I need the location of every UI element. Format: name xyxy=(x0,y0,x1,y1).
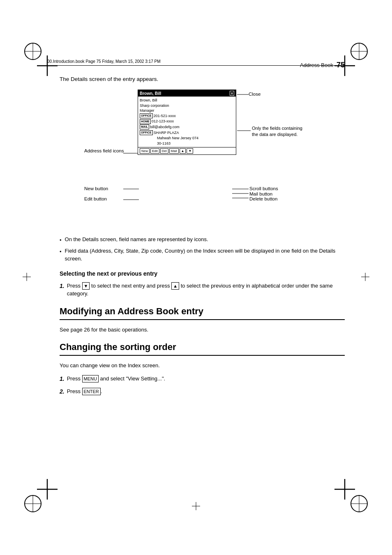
screen-field-office: OFFICE 201-521-xxxx xyxy=(140,113,234,119)
file-info: 00.Introduction.book Page 75 Friday, Mar… xyxy=(47,59,161,64)
screen-body: Brown, Bill Sharp corporation Manager OF… xyxy=(138,97,236,147)
scroll-down-button: ▼ xyxy=(187,148,193,154)
modifying-para: See page 26 for the basic operations. xyxy=(60,326,345,334)
scroll-up-button: ▲ xyxy=(180,148,186,154)
callout-scroll-buttons: Scroll buttons xyxy=(249,186,278,191)
close-button-icon: x xyxy=(230,91,234,96)
key-enter: ENTER xyxy=(82,388,101,396)
bullet-item-2: • Field data (Address, City, State, Zip … xyxy=(60,247,345,263)
screen-footer: New Edit Del Mail ▲ ▼ xyxy=(138,147,236,154)
home-value: 012-123-xxxx xyxy=(152,119,174,124)
mail-button: Mail xyxy=(169,148,179,154)
key-down: ▼ xyxy=(82,282,90,290)
screen-addr-line1: Mahwah New Jersey 074 xyxy=(140,136,234,141)
crosshair-bottom-center xyxy=(192,502,200,512)
screen-field-mail: MAIL bill@abcdefg.com xyxy=(140,124,234,130)
step1-text: Press ▼ to select the next entry and pre… xyxy=(67,282,345,298)
crosshair-mid-right xyxy=(361,273,369,283)
new-button: New xyxy=(140,148,150,154)
key-up: ▲ xyxy=(171,282,179,290)
office2-value: SHARP PLAZA xyxy=(154,130,179,136)
section-name: Address Book xyxy=(300,62,333,68)
edit-button: Edit xyxy=(150,148,159,154)
crosshair-bl xyxy=(37,479,58,500)
bullet-section: • On the Details screen, field names are… xyxy=(60,235,345,263)
key-menu: MENU xyxy=(82,375,99,383)
screen-addr-line2: 30-1163 xyxy=(140,141,234,146)
callout-close: Close xyxy=(249,92,261,97)
bullet-text-2: Field data (Address, City, State, Zip co… xyxy=(65,247,345,263)
sorting-heading: Changing the sorting order xyxy=(60,342,345,356)
callout-new-button: New button xyxy=(84,186,108,191)
intro-text: The Details screen of the entry appears. xyxy=(60,76,345,82)
screen-field-home: HOME 012-123-xxxx xyxy=(140,119,234,124)
page-header: Address Book 75 xyxy=(300,61,345,69)
bullet-text-1: On the Details screen, field names are r… xyxy=(65,235,208,244)
modifying-heading: Modifying an Address Book entry xyxy=(60,306,345,320)
sorting-step2-text: Press ENTER. xyxy=(67,387,102,396)
callout-only-fields2: the data are displayed. xyxy=(252,132,297,137)
screen-line-name: Brown, Bill xyxy=(140,98,234,103)
callout-edit-button: Edit button xyxy=(84,196,107,201)
sorting-para: You can change view on the Index screen. xyxy=(60,362,345,370)
callout-address-field-icons: Address field icons xyxy=(84,148,124,153)
mail-value: bill@abcdefg.com xyxy=(150,124,180,130)
home-icon: HOME xyxy=(140,119,151,124)
bullet-dot-2: • xyxy=(60,248,62,263)
bullet-dot-1: • xyxy=(60,236,62,244)
sorting-step2: 2. Press ENTER. xyxy=(60,387,345,396)
screen-field-office2: OFFICE SHARP PLAZA xyxy=(140,130,234,136)
office-value: 201-521-xxxx xyxy=(154,113,176,119)
main-content: The Details screen of the entry appears. xyxy=(60,76,345,400)
crosshair-mid-left xyxy=(23,273,31,283)
page-number: 75 xyxy=(337,61,345,69)
sorting-step1-text: Press MENU and select "View Setting...". xyxy=(67,375,165,383)
office2-icon: OFFICE xyxy=(140,130,153,135)
crosshair-br xyxy=(334,479,355,500)
screen-title: Brown, Bill xyxy=(140,91,161,96)
screen-line-company: Sharp corporation xyxy=(140,103,234,108)
office-icon: OFFICE xyxy=(140,113,153,118)
sorting-step-num-2: 2. xyxy=(60,387,65,396)
screen-line-title: Manager xyxy=(140,108,234,113)
sorting-step-num-1: 1. xyxy=(60,375,65,383)
selecting-step1: 1. Press ▼ to select the next entry and … xyxy=(60,282,345,298)
screen-title-bar: Brown, Bill x xyxy=(138,90,236,97)
callout-delete-button: Delete button xyxy=(249,196,277,201)
mail-icon: MAIL xyxy=(140,124,149,129)
step-num-1: 1. xyxy=(60,282,65,298)
sorting-step1: 1. Press MENU and select "View Setting..… xyxy=(60,375,345,383)
diagram-container: Brown, Bill x Brown, Bill Sharp corporat… xyxy=(84,90,351,225)
screen-mockup: Brown, Bill x Brown, Bill Sharp corporat… xyxy=(138,90,236,155)
bullet-item-1: • On the Details screen, field names are… xyxy=(60,235,345,244)
selecting-heading: Selecting the next or previous entry xyxy=(60,270,345,277)
callout-only-fields: Only the fields containing xyxy=(252,126,302,131)
callout-mail-button: Mail button xyxy=(249,191,272,196)
del-button: Del xyxy=(160,148,168,154)
